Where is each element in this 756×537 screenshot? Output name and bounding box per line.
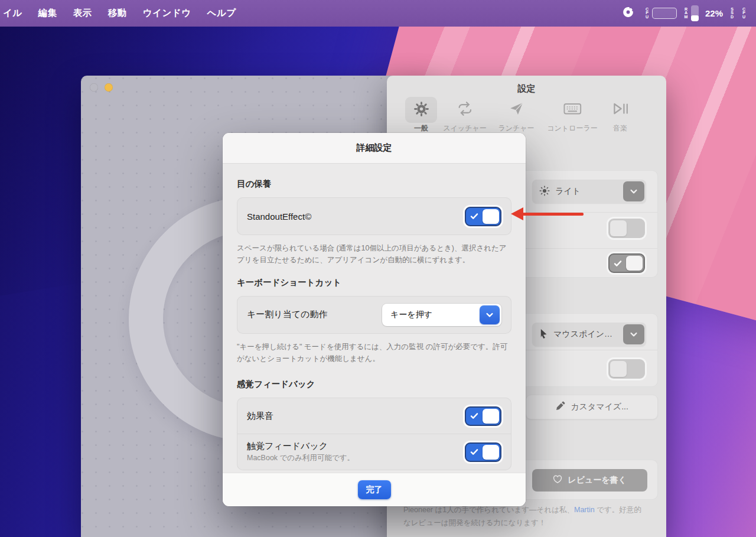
chevron-down-icon (623, 181, 644, 201)
sound-effects-label: 効果音 (247, 411, 273, 422)
heart-icon (553, 475, 562, 486)
key-assignment-select[interactable]: キーを押す (382, 304, 501, 326)
tab-label: 一般 (414, 123, 428, 134)
customize-button-label: カスタマイズ... (571, 402, 628, 412)
gear-icon (413, 101, 429, 119)
standout-effect-toggle[interactable] (465, 207, 501, 226)
eye-candy-description: スペースが限られている場合 (通常は10個以上の項目があるとき)、選択されたアプ… (237, 242, 511, 266)
customize-button[interactable]: カスタマイズ... (526, 395, 658, 419)
minimize-window-button[interactable] (105, 83, 113, 92)
section-heading-keyboard-shortcut: キーボードショートカット (237, 277, 511, 288)
settings-window-title: 設定 (387, 83, 666, 95)
key-assignment-select-value: キーを押す (390, 310, 432, 320)
settings-toggle-off-2[interactable] (608, 359, 645, 379)
write-review-label: レビューを書く (568, 475, 627, 486)
check-icon (470, 449, 478, 455)
menu-item-window[interactable]: ウインドウ (143, 7, 191, 19)
cpu-label: CPU (644, 8, 650, 19)
menu-item-help[interactable]: ヘルプ (207, 7, 236, 19)
ram-widget[interactable]: RAM (683, 5, 699, 21)
haptic-feedback-label: 触覚フィードバック (247, 441, 354, 452)
menu-items: イル 編集 表示 移動 ウインドウ ヘルプ (0, 7, 236, 19)
keyboard-icon (563, 101, 582, 119)
tab-controller[interactable]: コントローラー (547, 97, 597, 134)
desktop: 設定 一般 スイッチャー ランチャー (0, 0, 756, 537)
key-assignment-row: キー割り当ての動作 キーを押す (237, 297, 511, 333)
ssd-label[interactable]: SSD (729, 8, 735, 19)
sound-effects-row: 効果音 (237, 398, 511, 434)
haptic-feedback-sublabel: MacBook でのみ利用可能です。 (247, 453, 354, 463)
tab-general[interactable]: 一般 (405, 97, 437, 134)
chevron-down-icon (480, 305, 500, 324)
tab-label: コントローラー (547, 123, 597, 134)
annotation-arrow-line (522, 213, 584, 216)
cpu-widget[interactable]: CPU (644, 8, 677, 19)
menu-item-view[interactable]: 表示 (73, 7, 92, 19)
menu-item-file[interactable]: イル (3, 7, 22, 19)
menu-item-go[interactable]: 移動 (108, 7, 127, 19)
ram-usage-bar (691, 5, 699, 21)
sensory-feedback-card: 効果音 触覚フィードバック MacBook でのみ利用可能です。 (237, 398, 511, 470)
check-icon (470, 413, 478, 419)
cpu-label-right[interactable]: CPU (741, 8, 747, 19)
sun-icon (539, 185, 550, 198)
ram-label: RAM (683, 8, 689, 19)
chevron-down-icon (623, 324, 644, 344)
annotation-arrow-icon (511, 207, 523, 220)
appearance-select[interactable]: ライト (532, 180, 646, 203)
pointer-select[interactable]: マウスポイン… (532, 323, 646, 346)
brush-icon (555, 401, 565, 413)
usage-percent: 22% (705, 8, 723, 18)
menu-item-edit[interactable]: 編集 (38, 7, 57, 19)
keyboard-shortcut-card: キー割り当ての動作 キーを押す (237, 296, 511, 334)
standout-effect-label: StandoutEffect© (247, 211, 311, 222)
appearance-select-value: ライト (555, 186, 581, 197)
close-window-button[interactable] (90, 83, 98, 92)
credit-before: Pieoneer は1人の手で作られています—それは私、 (403, 506, 574, 514)
credit-text: Pieoneer は1人の手で作られています—それは私、Martin です。好意… (403, 504, 648, 530)
settings-toggle-off-1[interactable] (608, 219, 645, 238)
eye-candy-card: StandoutEffect© (237, 197, 511, 235)
paper-plane-icon (508, 101, 524, 119)
advanced-settings-dialog: 詳細設定 目の保養 StandoutEffect© スペースが限られている場合 … (223, 133, 526, 506)
dialog-footer: 完了 (223, 473, 526, 506)
key-assignment-label: キー割り当ての動作 (247, 309, 327, 320)
switcher-loop-icon (456, 101, 474, 119)
haptic-feedback-row: 触覚フィードバック MacBook でのみ利用可能です。 (237, 434, 511, 470)
settings-toggle-on-1[interactable] (608, 253, 645, 273)
tab-label: ランチャー (498, 123, 534, 134)
tab-music[interactable]: 音楽 (604, 97, 636, 134)
window-controls (90, 83, 113, 92)
menu-bar: イル 編集 表示 移動 ウインドウ ヘルプ CPU RAM 22% SSD CP… (0, 0, 756, 27)
done-button[interactable]: 完了 (358, 480, 391, 499)
pointer-select-value: マウスポイン… (553, 329, 612, 340)
play-pause-icon (611, 101, 629, 119)
tab-launcher[interactable]: ランチャー (498, 97, 534, 134)
standout-effect-row: StandoutEffect© (237, 198, 511, 235)
sound-effects-toggle[interactable] (465, 406, 501, 426)
check-icon (614, 260, 622, 266)
tab-switcher[interactable]: スイッチャー (443, 97, 486, 134)
write-review-button[interactable]: レビューを書く (532, 469, 647, 492)
section-heading-eye-candy: 目の保養 (237, 178, 511, 190)
cursor-icon (539, 328, 548, 340)
pieoneer-menu-icon[interactable] (622, 6, 634, 21)
status-widgets: CPU RAM 22% SSD CPU (622, 5, 756, 21)
check-icon (470, 213, 478, 220)
martin-link[interactable]: Martin (574, 506, 595, 514)
tab-label: 音楽 (613, 123, 627, 134)
dialog-title: 詳細設定 (223, 133, 526, 164)
haptic-feedback-toggle[interactable] (465, 442, 501, 462)
section-heading-sensory-feedback: 感覚フィードバック (237, 379, 511, 390)
tab-label: スイッチャー (443, 123, 486, 134)
keyboard-shortcut-description: "キーを押し続ける" モードを使用するには、入力の監視 の許可が必要です。許可が… (237, 341, 511, 365)
cpu-usage-bar (652, 8, 677, 19)
